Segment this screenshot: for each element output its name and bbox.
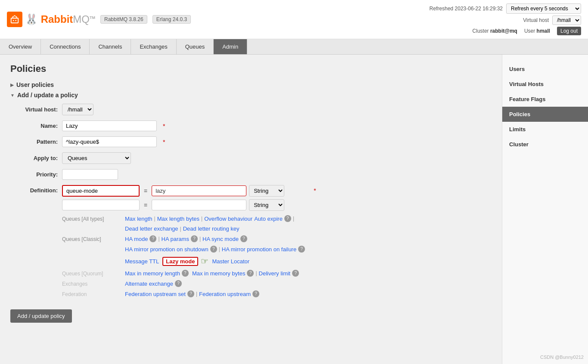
hint-exchanges-label: Exchanges xyxy=(62,281,122,287)
hint-ha-sync-mode[interactable]: HA sync mode xyxy=(202,236,239,242)
sidebar-item-virtual-hosts[interactable]: Virtual Hosts xyxy=(502,77,588,92)
hint-max-length[interactable]: Max length xyxy=(125,216,152,222)
cluster-user-row: Cluster rabbit@mq User hmall Log out xyxy=(473,27,581,35)
logo: 🐰 RabbitMQTM xyxy=(7,12,95,27)
add-policy-button[interactable]: Add / update policy xyxy=(10,309,72,323)
watermark: CSDN @Bunny0212 xyxy=(540,355,584,360)
nav-admin[interactable]: Admin xyxy=(214,39,247,54)
definition-row-2: = String Number Boolean List xyxy=(62,199,305,211)
hint-lazy-mode[interactable]: Lazy mode xyxy=(162,257,198,266)
hint-q-ha-mode[interactable]: ? xyxy=(149,235,156,242)
hint-federation-links: Federation upstream set ? | Federation u… xyxy=(125,290,259,297)
hint-auto-expire[interactable]: Auto expire xyxy=(254,216,283,222)
priority-label: Priority: xyxy=(10,171,58,178)
hint-delivery-limit[interactable]: Delivery limit xyxy=(259,270,291,277)
virtual-host-row: Virtual host: /hmall xyxy=(10,104,492,115)
hint-q-federation-upstream[interactable]: ? xyxy=(252,290,259,297)
sidebar-item-limits[interactable]: Limits xyxy=(502,122,588,137)
hint-max-memory-bytes[interactable]: Max in memory bytes xyxy=(192,270,246,277)
hint-ha-promotion-shutdown[interactable]: HA mirror promotion on shutdown xyxy=(125,246,208,253)
hint-max-memory-length[interactable]: Max in memory length xyxy=(125,270,180,277)
nav-exchanges[interactable]: Exchanges xyxy=(131,39,176,54)
hint-ha-mode[interactable]: HA mode xyxy=(125,236,148,242)
vhost-row: Virtual host /hmall xyxy=(523,15,581,25)
erlang-version-badge: Erlang 24.0.3 xyxy=(152,15,191,24)
priority-input[interactable] xyxy=(62,169,118,180)
refresh-select[interactable]: Refresh every 5 seconds Refresh every 10… xyxy=(506,3,581,14)
virtual-host-select[interactable]: /hmall xyxy=(62,104,93,115)
sidebar-item-policies[interactable]: Policies xyxy=(502,107,588,122)
apply-to-select[interactable]: Queues Exchanges All xyxy=(62,152,131,164)
def-eq-1: = xyxy=(144,188,147,194)
hint-q-ha-promotion-shutdown[interactable]: ? xyxy=(210,246,217,253)
hint-ha-promotion-failure[interactable]: HA mirror promotion on failure xyxy=(222,246,296,253)
sidebar-item-cluster[interactable]: Cluster xyxy=(502,137,588,152)
def-key-input-2[interactable] xyxy=(62,200,140,210)
def-type-select-1[interactable]: String Number Boolean List xyxy=(249,185,284,197)
pattern-required: * xyxy=(163,139,165,145)
hint-federation-label: Federation xyxy=(62,291,122,297)
hint-q-max-memory-bytes[interactable]: ? xyxy=(247,270,254,277)
hints-section: Queues [All types] Max length | Max leng… xyxy=(62,215,305,297)
page-title: Policies xyxy=(10,63,492,74)
sidebar-item-users[interactable]: Users xyxy=(502,62,588,77)
hint-master-locator[interactable]: Master Locator xyxy=(212,258,249,265)
hint-dead-letter-exchange[interactable]: Dead letter exchange xyxy=(125,225,178,232)
nav-overview[interactable]: Overview xyxy=(0,39,41,54)
nav-channels[interactable]: Channels xyxy=(90,39,131,54)
definition-row-1: = String Number Boolean List xyxy=(62,185,305,197)
hint-dead-letter-routing[interactable]: Dead letter routing key xyxy=(183,225,240,232)
hint-q-alternate-exchange[interactable]: ? xyxy=(175,280,182,287)
rabbitmq-version-badge: RabbitMQ 3.8.26 xyxy=(100,15,147,24)
hint-classic-label: Queues [Classic] xyxy=(62,236,122,242)
hint-q-ha-params[interactable]: ? xyxy=(191,235,198,242)
add-update-section-header[interactable]: ▼ Add / update a policy xyxy=(10,92,492,99)
def-eq-2: = xyxy=(144,202,147,209)
logo-icon xyxy=(7,12,22,27)
hint-group-exchanges: Exchanges Alternate exchange ? xyxy=(62,280,305,287)
hint-q-ha-promotion-failure[interactable]: ? xyxy=(298,246,305,253)
vhost-label: Virtual host xyxy=(523,17,549,23)
hint-exchanges-links: Alternate exchange ? xyxy=(125,280,182,287)
hint-classic-links-2: HA mirror promotion on shutdown ? | HA m… xyxy=(125,246,305,253)
svg-point-1 xyxy=(15,20,16,21)
hint-overflow[interactable]: Overflow behaviour xyxy=(204,216,252,222)
user-value: hmall xyxy=(537,28,550,34)
hint-all-types-label: Queues [All types] xyxy=(62,216,122,222)
hint-federation-upstream-set[interactable]: Federation upstream set xyxy=(125,291,186,297)
hint-q-federation-upstream-set[interactable]: ? xyxy=(187,290,194,297)
hint-ha-params[interactable]: HA params xyxy=(162,236,189,242)
name-required: * xyxy=(163,123,165,130)
hint-federation-upstream[interactable]: Federation upstream xyxy=(199,291,251,297)
user-policies-section-header[interactable]: ▶ User policies xyxy=(10,81,492,88)
logo-text: 🐰 RabbitMQTM xyxy=(25,13,95,25)
def-val-input-1[interactable] xyxy=(152,185,246,196)
sidebar-item-feature-flags[interactable]: Feature Flags xyxy=(502,92,588,107)
hint-all-types-links: Max length | Max length bytes | Overflow… xyxy=(125,215,294,222)
logout-button[interactable]: Log out xyxy=(557,27,581,35)
hint-q-delivery-limit[interactable]: ? xyxy=(292,270,299,277)
hint-q-ha-sync-mode[interactable]: ? xyxy=(240,235,247,242)
pattern-row: Pattern: * xyxy=(10,136,492,147)
add-update-label: Add / update a policy xyxy=(17,92,78,99)
pattern-input[interactable] xyxy=(62,136,157,147)
hint-q-max-memory-length[interactable]: ? xyxy=(182,270,189,277)
nav-connections[interactable]: Connections xyxy=(41,39,90,54)
vhost-select[interactable]: /hmall xyxy=(552,15,581,25)
nav-queues[interactable]: Queues xyxy=(177,39,214,54)
top-bar: 🐰 RabbitMQTM RabbitMQ 3.8.26 Erlang 24.0… xyxy=(0,0,588,39)
hint-max-length-bytes[interactable]: Max length bytes xyxy=(157,216,199,222)
def-key-input-1[interactable] xyxy=(62,185,140,197)
hint-message-ttl[interactable]: Message TTL xyxy=(125,258,159,265)
hint-group-quorum: Queues [Quorum] Max in memory length ? M… xyxy=(62,270,305,277)
add-update-section: ▼ Add / update a policy Virtual host: /h… xyxy=(10,92,492,323)
hint-alternate-exchange[interactable]: Alternate exchange xyxy=(125,281,173,287)
user-policies-label: User policies xyxy=(16,81,54,88)
def-type-select-2[interactable]: String Number Boolean List xyxy=(249,199,284,211)
top-right-info: Refreshed 2023-06-22 16:29:32 Refresh ev… xyxy=(429,3,581,35)
hint-quorum-links: Max in memory length ? Max in memory byt… xyxy=(125,270,299,277)
def-val-input-2[interactable] xyxy=(152,200,246,210)
hint-q-auto-expire[interactable]: ? xyxy=(284,215,291,222)
name-input[interactable] xyxy=(62,120,157,131)
hint-group-classic-2: HA mirror promotion on shutdown ? | HA m… xyxy=(125,246,305,253)
